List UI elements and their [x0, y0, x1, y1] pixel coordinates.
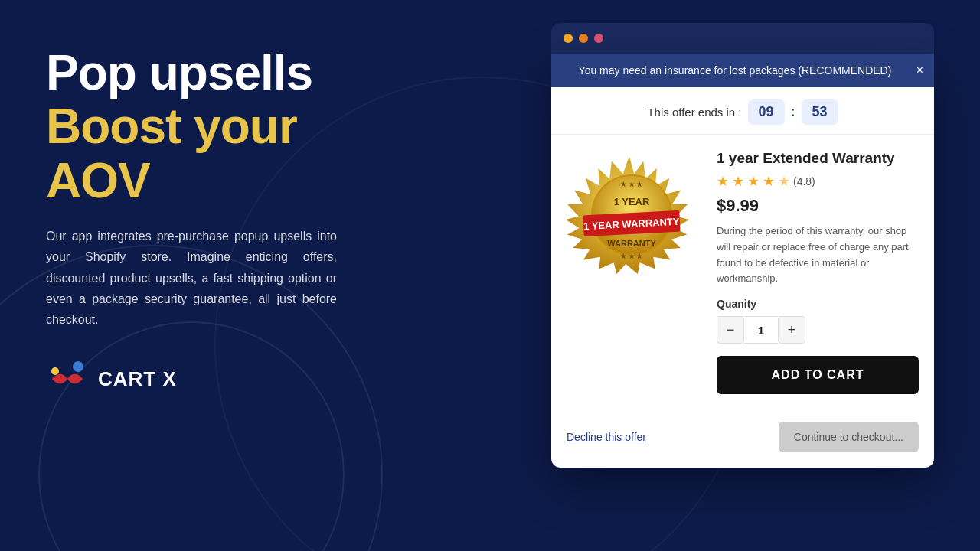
svg-text:★ ★ ★: ★ ★ ★ — [620, 253, 643, 260]
close-button[interactable]: × — [916, 64, 923, 77]
add-to-cart-button[interactable]: ADD TO CART — [717, 356, 919, 394]
product-price: $9.99 — [717, 196, 919, 216]
quantity-decrease-button[interactable]: − — [717, 316, 744, 344]
notification-bar: You may need an insurance for lost packa… — [551, 54, 934, 87]
browser-dot-pink — [594, 34, 603, 43]
browser-bar — [551, 23, 934, 54]
logo-area: CART X — [46, 357, 429, 400]
quantity-row: − 1 + — [717, 316, 919, 344]
timer-label: This offer ends in : — [647, 106, 741, 119]
popup-footer: Decline this offer Continue to checkout.… — [551, 409, 934, 468]
timer-seconds: 53 — [802, 99, 838, 125]
cartx-logo-icon — [46, 357, 89, 400]
warranty-badge: ★ ★ ★ 1 YEAR 1 YEAR WARRANTY WARRANTY ★ … — [567, 150, 704, 288]
stars-row: ★ ★ ★ ★ ★ (4.8) — [717, 173, 919, 190]
continue-checkout-button[interactable]: Continue to checkout... — [779, 422, 919, 452]
quantity-label: Quanity — [717, 298, 919, 310]
svg-point-0 — [73, 361, 83, 372]
star-2: ★ — [732, 173, 744, 190]
description-text: Our app integrates pre-purchase popup up… — [46, 226, 337, 330]
decline-offer-link[interactable]: Decline this offer — [567, 431, 646, 443]
headline-gold-line1: Boost your — [46, 99, 429, 153]
timer-row: This offer ends in : 09 : 53 — [551, 87, 934, 135]
quantity-increase-button[interactable]: + — [778, 316, 805, 344]
star-half: ★ — [778, 173, 790, 190]
product-title: 1 year Extended Warranty — [717, 150, 919, 167]
rating-count: (4.8) — [793, 175, 815, 187]
left-panel: Pop upsells Boost your AOV Our app integ… — [46, 46, 429, 400]
headline-gold-line2: AOV — [46, 154, 429, 207]
headline-white: Pop upsells — [46, 46, 429, 99]
timer-colon: : — [791, 104, 795, 120]
product-row: ★ ★ ★ 1 YEAR 1 YEAR WARRANTY WARRANTY ★ … — [551, 135, 934, 409]
star-3: ★ — [747, 173, 760, 190]
svg-text:★ ★ ★: ★ ★ ★ — [620, 181, 643, 188]
star-4: ★ — [763, 173, 775, 190]
logo-text: CART X — [98, 367, 177, 391]
warranty-seal-svg: ★ ★ ★ 1 YEAR 1 YEAR WARRANTY WARRANTY ★ … — [567, 150, 697, 280]
product-info: 1 year Extended Warranty ★ ★ ★ ★ ★ (4.8)… — [717, 150, 919, 394]
browser-dot-yellow — [564, 34, 573, 43]
browser-mockup: You may need an insurance for lost packa… — [551, 23, 934, 468]
quantity-value: 1 — [744, 316, 778, 344]
browser-dot-orange — [579, 34, 588, 43]
popup-modal: You may need an insurance for lost packa… — [551, 54, 934, 468]
svg-text:WARRANTY: WARRANTY — [607, 239, 656, 248]
svg-text:1 YEAR: 1 YEAR — [614, 196, 650, 207]
notification-text: You may need an insurance for lost packa… — [579, 64, 892, 77]
timer-minutes: 09 — [748, 99, 785, 125]
star-1: ★ — [717, 173, 729, 190]
svg-point-1 — [51, 367, 59, 375]
product-description: During the period of this warranty, our … — [717, 223, 919, 287]
